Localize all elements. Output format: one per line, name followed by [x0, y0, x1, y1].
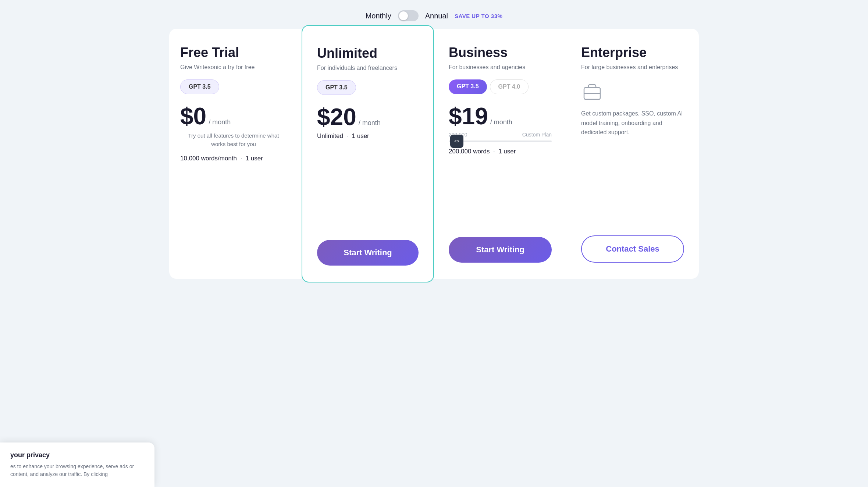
cookie-bar: your privacy es to enhance your browsing…	[0, 442, 154, 487]
free-price-amount: $0	[180, 104, 206, 128]
enterprise-contact-button[interactable]: Contact Sales	[581, 235, 684, 263]
enterprise-plan-name: Enterprise	[581, 45, 647, 60]
business-price-period: / month	[490, 118, 512, 126]
monthly-label: Monthly	[366, 12, 391, 20]
free-plan-desc: Give Writesonic a try for free	[180, 64, 255, 71]
unlimited-price-period: / month	[359, 119, 381, 127]
plan-card-free: Free Trial Give Writesonic a try for fre…	[169, 29, 302, 279]
business-words-row: 200,000 words · 1 user	[449, 148, 516, 155]
unlimited-price-row: $20 / month	[317, 105, 381, 129]
unlimited-plan-name: Unlimited	[317, 46, 377, 61]
free-try-text: Try out all features to determine what w…	[180, 132, 287, 148]
unlimited-price-amount: $20	[317, 105, 356, 129]
business-slider-container: 200,000 Custom Plan <>	[449, 132, 552, 142]
business-price-row: $19 / month	[449, 104, 512, 128]
plan-card-business: Business For businesses and agencies GPT…	[434, 29, 566, 279]
free-plan-name: Free Trial	[180, 45, 239, 60]
toggle-thumb	[399, 11, 408, 20]
save-badge: SAVE UP TO 33%	[455, 13, 502, 19]
billing-toggle[interactable]	[398, 10, 419, 21]
slider-handle[interactable]: <>	[450, 135, 463, 148]
cookie-title: your privacy	[10, 451, 144, 459]
business-gpt-selector: GPT 3.5 GPT 4.0	[449, 79, 529, 94]
cookie-text: es to enhance your browsing experience, …	[10, 463, 144, 478]
unlimited-plan-meta: Unlimited · 1 user	[317, 132, 369, 140]
free-price-period: / month	[209, 118, 231, 126]
free-price-row: $0 / month	[180, 104, 231, 128]
annual-label: Annual	[425, 12, 448, 20]
business-start-button[interactable]: Start Writing	[449, 237, 552, 263]
plan-card-enterprise: Enterprise For large businesses and ente…	[566, 29, 699, 279]
business-gpt40-badge[interactable]: GPT 4.0	[490, 79, 529, 94]
plan-card-unlimited: Unlimited For individuals and freelancer…	[302, 25, 434, 282]
business-gpt35-badge[interactable]: GPT 3.5	[449, 79, 487, 94]
business-plan-name: Business	[449, 45, 508, 60]
free-gpt-badge[interactable]: GPT 3.5	[180, 79, 219, 94]
unlimited-gpt-selector: GPT 3.5	[317, 80, 356, 95]
slider-max-label: Custom Plan	[522, 132, 552, 138]
enterprise-desc: Get custom packages, SSO, custom AI mode…	[581, 109, 684, 147]
unlimited-start-button[interactable]: Start Writing	[317, 240, 419, 266]
slider-track[interactable]: <>	[449, 141, 552, 142]
slider-labels: 200,000 Custom Plan	[449, 132, 552, 138]
enterprise-plan-desc: For large businesses and enterprises	[581, 64, 678, 71]
business-price-amount: $19	[449, 104, 488, 128]
unlimited-gpt-badge[interactable]: GPT 3.5	[317, 80, 356, 95]
free-words: 10,000 words/month · 1 user	[180, 155, 263, 162]
plans-container: Free Trial Give Writesonic a try for fre…	[0, 29, 868, 301]
free-gpt-selector: GPT 3.5	[180, 79, 219, 94]
billing-toggle-section: Monthly Annual SAVE UP TO 33%	[0, 0, 868, 29]
slider-handle-icon: <>	[454, 139, 459, 144]
unlimited-plan-desc: For individuals and freelancers	[317, 65, 397, 71]
briefcase-icon	[581, 79, 603, 103]
business-plan-desc: For businesses and agencies	[449, 64, 525, 71]
